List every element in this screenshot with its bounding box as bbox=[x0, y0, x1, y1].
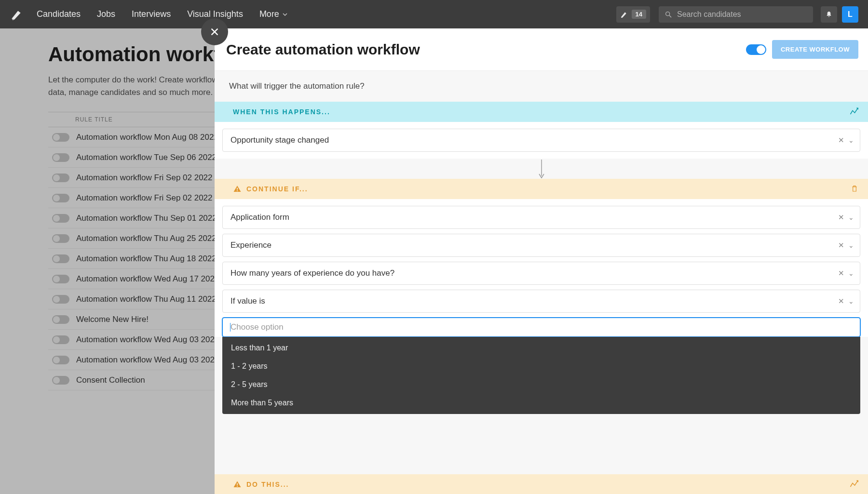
when-section-body: Opportunity stage changed ✕ ⌄ bbox=[215, 122, 868, 159]
trigger-select[interactable]: Opportunity stage changed ✕ ⌄ bbox=[222, 129, 860, 152]
svg-point-6 bbox=[237, 190, 238, 191]
nav-more[interactable]: More bbox=[259, 9, 288, 19]
chevron-down-icon: ⌄ bbox=[848, 214, 854, 221]
chevron-down-icon: ⌄ bbox=[848, 269, 854, 277]
condition-value-select[interactable]: Choose option bbox=[222, 318, 860, 337]
clear-icon[interactable]: ✕ bbox=[838, 136, 844, 145]
close-icon bbox=[209, 27, 220, 37]
nav-visual-insights[interactable]: Visual Insights bbox=[187, 9, 243, 19]
close-panel-button[interactable] bbox=[201, 18, 228, 45]
chevron-down-icon: ⌄ bbox=[848, 136, 854, 144]
option-2-5-years[interactable]: 2 - 5 years bbox=[222, 375, 860, 394]
trigger-question: What will trigger the automation rule? bbox=[215, 71, 868, 102]
notifications-button[interactable] bbox=[821, 6, 837, 23]
chevron-down-icon bbox=[282, 12, 288, 17]
search-box[interactable] bbox=[659, 6, 813, 23]
chevron-down-icon: ⌄ bbox=[848, 241, 854, 249]
top-nav: Candidates Jobs Interviews Visual Insigh… bbox=[0, 0, 868, 28]
continue-section-label: CONTINUE IF... bbox=[246, 185, 308, 193]
condition-form-select[interactable]: Application form ✕ ⌄ bbox=[222, 206, 860, 229]
nav-more-label: More bbox=[259, 9, 279, 19]
flow-arrow bbox=[215, 159, 868, 179]
clear-icon[interactable]: ✕ bbox=[838, 241, 844, 250]
edit-count: 14 bbox=[632, 10, 646, 19]
warning-icon bbox=[233, 185, 242, 193]
do-section-header: DO THIS... bbox=[215, 474, 868, 494]
condition-field-value: Experience bbox=[231, 240, 838, 250]
panel-header: Create automation workflow CREATE WORKFL… bbox=[215, 28, 868, 71]
condition-question-value: How many years of experience do you have… bbox=[231, 268, 838, 278]
search-input[interactable] bbox=[677, 10, 807, 19]
nav-interviews[interactable]: Interviews bbox=[132, 9, 171, 19]
clear-icon[interactable]: ✕ bbox=[838, 269, 844, 278]
condition-value-dropdown: Choose option Less than 1 year 1 - 2 yea… bbox=[222, 318, 860, 337]
svg-point-8 bbox=[237, 486, 238, 487]
warning-icon bbox=[233, 480, 242, 489]
nav-jobs[interactable]: Jobs bbox=[97, 9, 115, 19]
do-section-label: DO THIS... bbox=[246, 481, 289, 488]
trigger-select-value: Opportunity stage changed bbox=[231, 135, 838, 145]
condition-value-placeholder: Choose option bbox=[231, 322, 854, 332]
svg-line-1 bbox=[669, 15, 671, 17]
clear-icon[interactable]: ✕ bbox=[838, 213, 844, 222]
bell-icon bbox=[825, 11, 833, 18]
create-workflow-button[interactable]: CREATE WORKFLOW bbox=[772, 40, 858, 59]
condition-operator-value: If value is bbox=[231, 296, 838, 306]
condition-form-value: Application form bbox=[231, 213, 838, 222]
edit-count-badge[interactable]: 14 bbox=[616, 6, 650, 23]
do-section-icon bbox=[850, 480, 858, 490]
chevron-down-icon: ⌄ bbox=[848, 297, 854, 305]
svg-point-0 bbox=[666, 12, 670, 15]
option-less-than-1-year[interactable]: Less than 1 year bbox=[222, 339, 860, 357]
panel-body: What will trigger the automation rule? W… bbox=[215, 71, 868, 494]
search-icon bbox=[665, 11, 672, 18]
clear-icon[interactable]: ✕ bbox=[838, 297, 844, 306]
pencil-icon bbox=[620, 11, 628, 18]
nav-candidates[interactable]: Candidates bbox=[37, 9, 81, 19]
condition-field-select[interactable]: Experience ✕ ⌄ bbox=[222, 234, 860, 257]
when-section-icon bbox=[850, 107, 858, 117]
user-avatar[interactable]: L bbox=[842, 6, 858, 23]
logo-icon bbox=[10, 8, 23, 21]
when-section-header: WHEN THIS HAPPENS... bbox=[215, 102, 868, 122]
create-workflow-panel: Create automation workflow CREATE WORKFL… bbox=[215, 28, 868, 494]
continue-section-header: CONTINUE IF... bbox=[215, 179, 868, 199]
dropdown-menu: Less than 1 year 1 - 2 years 2 - 5 years… bbox=[222, 337, 860, 414]
delete-condition-button[interactable] bbox=[851, 185, 858, 194]
condition-question-select[interactable]: How many years of experience do you have… bbox=[222, 262, 860, 285]
continue-section-body: Application form ✕ ⌄ Experience ✕ ⌄ How … bbox=[215, 199, 868, 337]
workflow-enabled-toggle[interactable] bbox=[746, 44, 766, 55]
option-more-than-5-years[interactable]: More than 5 years bbox=[222, 394, 860, 412]
nav-links: Candidates Jobs Interviews Visual Insigh… bbox=[37, 9, 288, 19]
when-section-label: WHEN THIS HAPPENS... bbox=[233, 108, 330, 116]
condition-operator-select[interactable]: If value is ✕ ⌄ bbox=[222, 290, 860, 313]
option-1-2-years[interactable]: 1 - 2 years bbox=[222, 357, 860, 375]
panel-title: Create automation workflow bbox=[226, 41, 746, 58]
